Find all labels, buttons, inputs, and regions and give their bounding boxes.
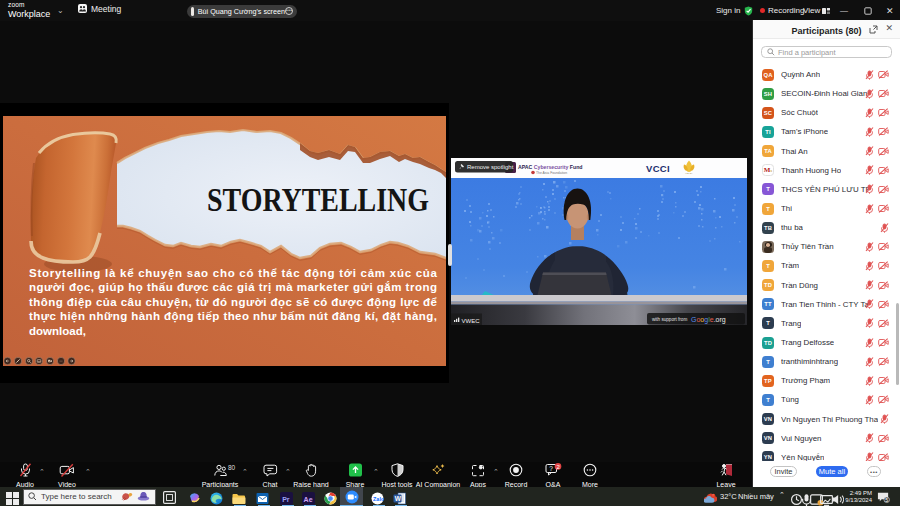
svg-text:CC: CC: [37, 360, 41, 362]
svg-text:Pr: Pr: [282, 495, 290, 502]
svg-text:VCCI: VCCI: [646, 163, 670, 174]
svg-text:with support from: with support from: [652, 317, 687, 322]
svg-text:thực hiện những hành động tiếp: thực hiện những hành động tiếp theo như …: [29, 310, 437, 323]
svg-text:VINASA: VINASA: [685, 172, 693, 174]
svg-text:download,: download,: [29, 325, 86, 337]
svg-text:Remove spotlight: Remove spotlight: [467, 164, 514, 170]
svg-text:Zalo: Zalo: [373, 496, 384, 502]
svg-text:Storytelling là kể chuyện sao: Storytelling là kể chuyện sao cho có thể…: [29, 267, 438, 280]
svg-text:Ae: Ae: [304, 495, 313, 502]
svg-text:STORYTELLING: STORYTELLING: [207, 182, 429, 218]
svg-text:người đọc, giúp họ thấu được c: người đọc, giúp họ thấu được các giá trị…: [29, 281, 437, 294]
svg-text:The Asia Foundation: The Asia Foundation: [536, 171, 567, 175]
svg-text:thông điệp của câu chuyện, từ: thông điệp của câu chuyện, từ đó người đ…: [29, 296, 438, 309]
svg-text:APAC Cybersecurity Fund: APAC Cybersecurity Fund: [518, 164, 583, 170]
svg-text:W: W: [395, 494, 402, 501]
svg-text:!: !: [713, 494, 714, 498]
svg-text:?: ?: [549, 465, 553, 472]
svg-text:VWEC: VWEC: [462, 318, 481, 324]
svg-text:Google.org: Google.org: [691, 316, 726, 324]
svg-text:5: 5: [885, 497, 888, 503]
